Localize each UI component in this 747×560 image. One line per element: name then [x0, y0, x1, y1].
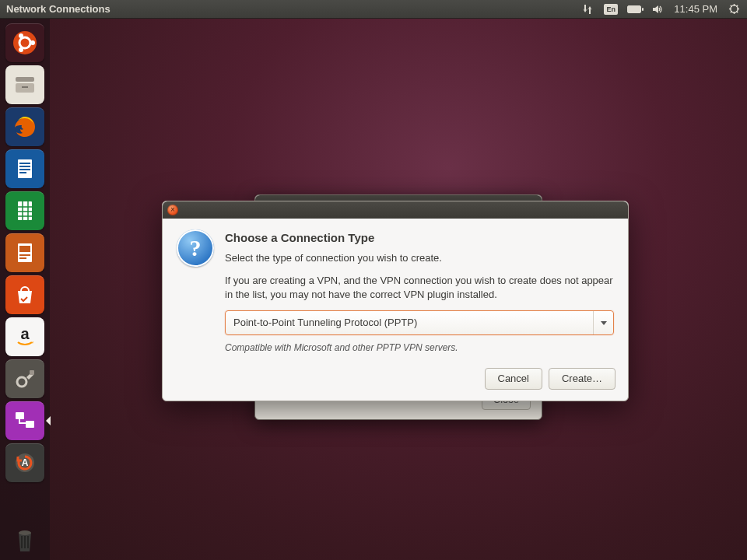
create-button[interactable]: Create…: [549, 368, 615, 390]
svg-rect-16: [17, 201, 33, 221]
cancel-button[interactable]: Cancel: [485, 368, 542, 390]
svg-rect-17: [17, 243, 33, 263]
dialog-close-icon[interactable]: [167, 205, 178, 215]
dialog-actions: Cancel Create…: [163, 368, 628, 401]
launcher-writer[interactable]: [5, 149, 44, 188]
top-menu-bar: Network Connections En 11:45 PM: [0, 0, 747, 19]
svg-point-5: [19, 47, 23, 52]
svg-rect-13: [19, 166, 30, 167]
dropdown-selected-value: Point-to-Point Tunneling Protocol (PPTP): [233, 316, 417, 331]
sound-indicator-icon[interactable]: [651, 2, 665, 16]
launcher-files[interactable]: [5, 65, 44, 104]
launcher: aA: [0, 19, 50, 560]
dropdown-hint: Compatible with Microsoft and other PPTP…: [225, 341, 614, 355]
dialog-intro: Select the type of connection you wish t…: [225, 251, 614, 266]
launcher-calc[interactable]: [5, 191, 44, 230]
clock[interactable]: 11:45 PM: [674, 3, 717, 15]
svg-rect-24: [16, 412, 24, 419]
launcher-amazon[interactable]: a: [5, 317, 44, 356]
svg-rect-20: [19, 257, 26, 259]
svg-point-22: [17, 377, 26, 387]
svg-point-4: [19, 33, 23, 38]
dialog-heading: Choose a Connection Type: [225, 229, 614, 247]
svg-rect-15: [19, 172, 26, 173]
keyboard-indicator[interactable]: En: [604, 2, 618, 16]
svg-rect-23: [30, 370, 34, 375]
dialog-content: Choose a Connection Type Select the type…: [225, 229, 614, 355]
indicator-area: En 11:45 PM: [580, 2, 741, 16]
launcher-dash[interactable]: [5, 23, 44, 62]
chevron-down-icon: [593, 311, 613, 334]
svg-rect-25: [26, 421, 34, 428]
svg-point-3: [30, 40, 35, 45]
launcher-firefox[interactable]: [5, 107, 44, 146]
network-indicator-icon[interactable]: [580, 2, 594, 16]
launcher-trash[interactable]: [5, 521, 44, 560]
svg-rect-12: [19, 163, 30, 164]
active-app-title: Network Connections: [6, 3, 110, 15]
dialog-titlebar[interactable]: [163, 201, 628, 219]
launcher-software[interactable]: [5, 275, 44, 314]
question-icon: ?: [177, 229, 214, 267]
launcher-settings[interactable]: [5, 359, 44, 398]
launcher-impress[interactable]: [5, 233, 44, 272]
battery-indicator-icon[interactable]: [627, 2, 641, 16]
svg-rect-14: [19, 169, 30, 170]
choose-connection-type-dialog: ? Choose a Connection Type Select the ty…: [162, 201, 629, 401]
svg-text:a: a: [20, 325, 30, 342]
svg-text:A: A: [22, 457, 29, 468]
svg-point-28: [19, 530, 31, 535]
svg-rect-8: [22, 86, 28, 88]
connection-type-dropdown[interactable]: Point-to-Point Tunneling Protocol (PPTP): [225, 310, 614, 335]
svg-rect-19: [19, 254, 30, 256]
session-indicator-icon[interactable]: [727, 2, 741, 16]
launcher-network[interactable]: [5, 401, 44, 440]
svg-rect-18: [19, 246, 30, 252]
dialog-detail: If you are creating a VPN, and the VPN c…: [225, 274, 614, 303]
launcher-updater[interactable]: A: [5, 443, 44, 482]
language-badge: En: [604, 4, 618, 15]
svg-rect-6: [16, 77, 34, 82]
